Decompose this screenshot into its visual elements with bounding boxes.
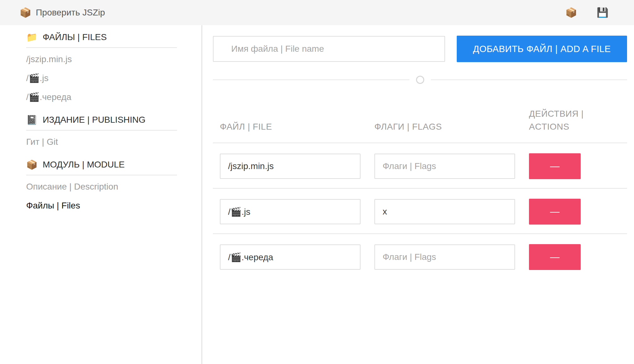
flags-input[interactable] xyxy=(374,199,515,224)
sidebar-item-description[interactable]: Описание | Description xyxy=(26,177,177,196)
divider xyxy=(213,79,409,80)
app-title: Проверить JSZip xyxy=(36,8,105,18)
add-file-button[interactable]: ДОБАВИТЬ ФАЙЛ | ADD A FILE xyxy=(457,36,627,62)
sidebar-section-title: МОДУЛЬ | MODULE xyxy=(43,160,125,170)
table-header: ФАЙЛ | FILE ФЛАГИ | FLAGS ДЕЙСТВИЯ | ACT… xyxy=(213,107,627,143)
flags-input[interactable] xyxy=(374,244,515,270)
sidebar-item-git[interactable]: Гит | Git xyxy=(26,132,177,151)
topbar: 📦 Проверить JSZip 📦 💾 xyxy=(0,0,634,25)
column-header-file: ФАЙЛ | FILE xyxy=(213,120,367,133)
table-row: — xyxy=(213,234,627,279)
spinner-divider xyxy=(213,76,627,84)
add-file-row: ДОБАВИТЬ ФАЙЛ | ADD A FILE xyxy=(213,36,627,62)
sidebar-item-movie-chereda[interactable]: /🎬.череда xyxy=(26,88,177,107)
table-row: — xyxy=(213,189,627,234)
package-icon[interactable]: 📦 xyxy=(565,8,577,17)
sidebar-section-publishing: 📓 ИЗДАНИЕ | PUBLISHING xyxy=(26,115,177,124)
notebook-icon: 📓 xyxy=(26,115,38,125)
remove-file-button[interactable]: — xyxy=(529,244,581,270)
sidebar-section-files: 📁 ФАЙЛЫ | FILES xyxy=(26,33,177,42)
sidebar: 📁 ФАЙЛЫ | FILES /jszip.min.js /🎬.js /🎬.ч… xyxy=(0,25,202,364)
topbar-actions: 📦 💾 xyxy=(565,8,608,17)
package-icon: 📦 xyxy=(26,160,38,169)
file-input[interactable] xyxy=(220,244,361,270)
sidebar-item-files[interactable]: Файлы | Files xyxy=(26,196,177,215)
remove-file-button[interactable]: — xyxy=(529,153,581,179)
divider xyxy=(26,175,177,175)
package-icon: 📦 xyxy=(20,8,31,17)
column-header-actions: ДЕЙСТВИЯ | ACTIONS xyxy=(522,107,601,133)
loading-spinner-icon xyxy=(416,76,424,84)
divider xyxy=(26,130,177,131)
sidebar-section-module: 📦 МОДУЛЬ | MODULE xyxy=(26,160,177,169)
divider xyxy=(26,47,177,48)
sidebar-item-movie-js[interactable]: /🎬.js xyxy=(26,69,177,88)
main-content: ДОБАВИТЬ ФАЙЛ | ADD A FILE ФАЙЛ | FILE Ф… xyxy=(202,25,634,364)
main-layout: 📁 ФАЙЛЫ | FILES /jszip.min.js /🎬.js /🎬.ч… xyxy=(0,25,634,364)
app-title-group: 📦 Проверить JSZip xyxy=(20,8,105,18)
sidebar-section-title: ИЗДАНИЕ | PUBLISHING xyxy=(43,115,145,125)
table-row: — xyxy=(213,143,627,189)
folder-icon: 📁 xyxy=(26,33,38,42)
flags-input[interactable] xyxy=(374,154,515,179)
file-name-input[interactable] xyxy=(213,36,445,62)
column-header-flags: ФЛАГИ | FLAGS xyxy=(367,120,522,133)
file-input[interactable] xyxy=(220,154,361,179)
sidebar-item-jszip-min-js[interactable]: /jszip.min.js xyxy=(26,50,177,69)
divider xyxy=(431,79,627,80)
file-input[interactable] xyxy=(220,199,361,224)
sidebar-section-title: ФАЙЛЫ | FILES xyxy=(43,32,107,42)
save-icon[interactable]: 💾 xyxy=(597,8,608,17)
remove-file-button[interactable]: — xyxy=(529,199,581,225)
